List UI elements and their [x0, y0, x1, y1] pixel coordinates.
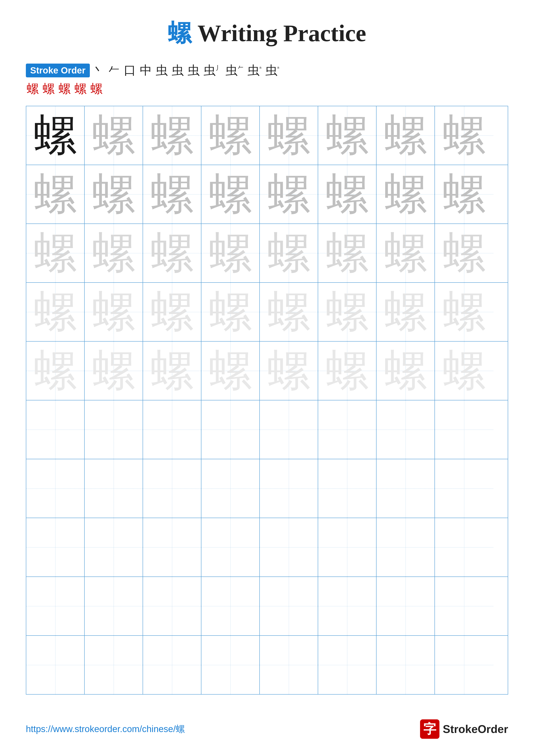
cell-6-1[interactable] [26, 400, 85, 459]
char-display: 螺 [443, 114, 486, 157]
char-display: 螺 [209, 114, 252, 157]
stroke-chars-row1: 丶 𠂉 口 中 虫 虫 虫 虫丿 虫𠂉 虫ⁿ 虫ⁿ [92, 62, 279, 79]
cell-10-7[interactable] [376, 636, 435, 694]
cell-7-6[interactable] [318, 459, 376, 518]
char-display: 螺 [326, 232, 369, 275]
cell-1-2: 螺 [85, 106, 143, 165]
cell-10-6[interactable] [318, 636, 376, 694]
cell-8-8[interactable] [435, 518, 493, 577]
cell-2-2: 螺 [85, 165, 143, 224]
cell-9-3[interactable] [143, 577, 201, 635]
cell-8-2[interactable] [85, 518, 143, 577]
stroke-5: 虫 [156, 62, 168, 79]
cell-1-7: 螺 [376, 106, 435, 165]
cell-9-7[interactable] [376, 577, 435, 635]
cell-3-8: 螺 [435, 224, 493, 282]
footer-logo: 字 StrokeOrder [420, 719, 508, 739]
cell-9-6[interactable] [318, 577, 376, 635]
cell-4-8: 螺 [435, 283, 493, 341]
cell-3-2: 螺 [85, 224, 143, 282]
cell-7-4[interactable] [201, 459, 260, 518]
stroke-r4: 螺 [75, 81, 87, 97]
grid-row-8 [26, 518, 508, 577]
cell-10-3[interactable] [143, 636, 201, 694]
cell-3-4: 螺 [201, 224, 260, 282]
cell-7-8[interactable] [435, 459, 493, 518]
cell-8-5[interactable] [260, 518, 318, 577]
cell-10-5[interactable] [260, 636, 318, 694]
cell-1-6: 螺 [318, 106, 376, 165]
cell-8-7[interactable] [376, 518, 435, 577]
char-display: 螺 [151, 232, 194, 275]
grid-row-2: 螺 螺 螺 螺 螺 螺 螺 螺 [26, 165, 508, 224]
footer-url[interactable]: https://www.strokeorder.com/chinese/螺 [26, 723, 185, 735]
char-display: 螺 [384, 290, 427, 334]
stroke-10: 虫ⁿ [247, 62, 262, 79]
char-display: 螺 [92, 349, 135, 392]
char-display: 螺 [92, 232, 135, 275]
cell-2-1: 螺 [26, 165, 85, 224]
cell-7-3[interactable] [143, 459, 201, 518]
cell-9-5[interactable] [260, 577, 318, 635]
cell-4-3: 螺 [143, 283, 201, 341]
footer: https://www.strokeorder.com/chinese/螺 字 … [0, 719, 534, 739]
cell-3-3: 螺 [143, 224, 201, 282]
cell-6-2[interactable] [85, 400, 143, 459]
cell-1-5: 螺 [260, 106, 318, 165]
stroke-8: 虫丿 [204, 62, 222, 79]
cell-8-1[interactable] [26, 518, 85, 577]
stroke-r1: 螺 [27, 81, 39, 97]
cell-9-1[interactable] [26, 577, 85, 635]
cell-6-8[interactable] [435, 400, 493, 459]
cell-1-8: 螺 [435, 106, 493, 165]
cell-3-6: 螺 [318, 224, 376, 282]
cell-8-4[interactable] [201, 518, 260, 577]
cell-9-2[interactable] [85, 577, 143, 635]
cell-1-4: 螺 [201, 106, 260, 165]
cell-9-4[interactable] [201, 577, 260, 635]
cell-3-5: 螺 [260, 224, 318, 282]
page-title: 螺 Writing Practice [0, 0, 534, 62]
cell-1-3: 螺 [143, 106, 201, 165]
cell-6-7[interactable] [376, 400, 435, 459]
cell-6-6[interactable] [318, 400, 376, 459]
cell-5-5: 螺 [260, 341, 318, 400]
cell-6-5[interactable] [260, 400, 318, 459]
cell-7-2[interactable] [85, 459, 143, 518]
cell-10-4[interactable] [201, 636, 260, 694]
cell-2-3: 螺 [143, 165, 201, 224]
stroke-r5: 螺 [90, 81, 103, 97]
char-display: 螺 [34, 349, 77, 392]
cell-8-6[interactable] [318, 518, 376, 577]
cell-4-4: 螺 [201, 283, 260, 341]
cell-10-8[interactable] [435, 636, 493, 694]
strokeorder-logo-icon: 字 [420, 719, 440, 739]
stroke-9: 虫𠂉 [225, 62, 243, 79]
cell-4-5: 螺 [260, 283, 318, 341]
cell-10-2[interactable] [85, 636, 143, 694]
char-display: 螺 [151, 173, 194, 216]
stroke-11: 虫ⁿ [266, 62, 279, 79]
title-character: 螺 [168, 20, 191, 46]
cell-7-1[interactable] [26, 459, 85, 518]
title-text: Writing Practice [191, 20, 366, 46]
cell-4-7: 螺 [376, 283, 435, 341]
cell-10-1[interactable] [26, 636, 85, 694]
cell-6-3[interactable] [143, 400, 201, 459]
stroke-2: 𠂉 [108, 64, 120, 77]
char-display: 螺 [34, 114, 77, 157]
grid-row-7 [26, 459, 508, 518]
grid-row-4: 螺 螺 螺 螺 螺 螺 螺 螺 [26, 283, 508, 341]
char-display: 螺 [326, 349, 369, 392]
stroke-r3: 螺 [59, 81, 71, 97]
cell-5-4: 螺 [201, 341, 260, 400]
cell-7-5[interactable] [260, 459, 318, 518]
cell-6-4[interactable] [201, 400, 260, 459]
char-display: 螺 [326, 173, 369, 216]
char-display: 螺 [34, 232, 77, 275]
cell-2-5: 螺 [260, 165, 318, 224]
cell-2-6: 螺 [318, 165, 376, 224]
cell-8-3[interactable] [143, 518, 201, 577]
cell-9-8[interactable] [435, 577, 493, 635]
cell-7-7[interactable] [376, 459, 435, 518]
